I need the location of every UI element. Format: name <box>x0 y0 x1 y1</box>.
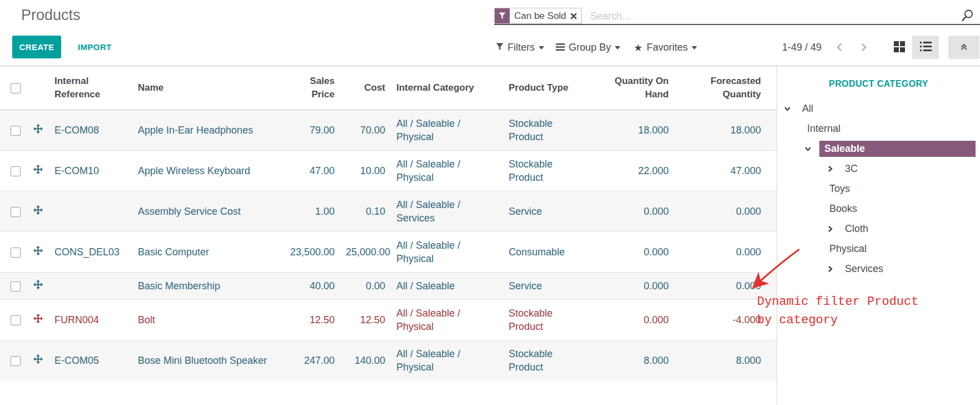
category-tree-item[interactable]: Toys <box>777 179 980 199</box>
sales-price-cell: 1.00 <box>285 191 340 232</box>
drag-handle-icon[interactable] <box>33 245 43 255</box>
category-tree-item[interactable]: Books <box>777 199 980 219</box>
col-product-type[interactable]: Product Type <box>503 66 589 110</box>
collapse-panel-button[interactable] <box>948 36 979 59</box>
favorites-menu[interactable]: ★ Favorites <box>634 36 697 59</box>
product-name-cell: Basic Computer <box>132 232 285 273</box>
group-by-menu[interactable]: Group By <box>556 36 620 59</box>
row-checkbox[interactable] <box>11 281 21 292</box>
row-checkbox[interactable] <box>11 207 21 217</box>
col-internal-reference[interactable]: Internal Reference <box>49 66 132 110</box>
drag-handle-icon[interactable] <box>33 205 43 214</box>
internal-category-cell: All / Saleable / Physical <box>391 110 503 151</box>
row-checkbox[interactable] <box>11 356 21 366</box>
category-tree-item[interactable]: Saleable <box>777 139 980 159</box>
product-type-cell: Service <box>503 273 589 300</box>
drag-handle-icon[interactable] <box>33 124 43 133</box>
col-quantity-on-hand[interactable]: Quantity On Hand <box>589 66 674 110</box>
search-input[interactable] <box>590 9 902 23</box>
sales-price-cell: 40.00 <box>285 273 340 300</box>
internal-category-cell: All / Saleable / Physical <box>391 232 503 273</box>
col-forecasted-quantity[interactable]: Forecasted Quantity <box>674 66 767 110</box>
search-underline <box>494 24 980 25</box>
quantity-on-hand-cell: 22.000 <box>589 151 674 191</box>
col-sales-price[interactable]: Sales Price <box>285 66 340 110</box>
product-name-cell: Apple In-Ear Headphones <box>132 110 285 151</box>
forecasted-quantity-cell: 47.000 <box>674 151 767 191</box>
select-all-checkbox[interactable] <box>11 83 21 93</box>
category-tree-item[interactable]: Cloth <box>777 219 980 239</box>
internal-reference-cell <box>49 191 132 232</box>
chevron-down-icon <box>692 46 697 50</box>
quantity-on-hand-cell: 0.000 <box>589 300 674 340</box>
product-type-cell: Stockable Product <box>503 110 589 151</box>
quantity-on-hand-cell: 18.000 <box>589 110 674 151</box>
product-type-cell: Stockable Product <box>503 151 589 191</box>
row-checkbox[interactable] <box>11 248 21 258</box>
col-cost[interactable]: Cost <box>340 66 391 110</box>
import-button[interactable]: IMPORT <box>78 36 112 58</box>
table-row[interactable]: E-COM05 Bose Mini Bluetooth Speaker 247.… <box>0 340 777 381</box>
internal-reference-cell: E-COM10 <box>49 151 132 191</box>
handle-column-header <box>29 66 49 110</box>
sales-price-cell: 12.50 <box>285 300 340 340</box>
drag-handle-icon[interactable] <box>33 354 43 363</box>
kanban-grid-icon <box>894 41 905 54</box>
quantity-on-hand-cell: 0.000 <box>589 273 674 300</box>
table-row[interactable]: E-COM08 Apple In-Ear Headphones 79.00 70… <box>0 110 777 151</box>
product-type-cell: Consumable <box>503 232 589 273</box>
pager-previous-button[interactable] <box>830 36 849 59</box>
kanban-view-button[interactable] <box>887 36 912 59</box>
table-row[interactable]: CONS_DEL03 Basic Computer 23,500.00 25,0… <box>0 232 777 273</box>
table-row[interactable]: FURN004 Bolt 12.50 12.50 All / Saleable … <box>0 300 777 340</box>
category-tree-item[interactable]: Internal <box>777 118 980 139</box>
product-type-cell: Service <box>503 191 589 232</box>
cost-cell: 0.00 <box>340 273 391 300</box>
drag-handle-icon[interactable] <box>33 313 43 323</box>
chevron-down-icon <box>804 145 814 153</box>
search-icon[interactable] <box>961 9 974 24</box>
product-name-cell: Apple Wireless Keyboard <box>132 151 285 191</box>
category-tree-item[interactable]: Services <box>777 259 980 279</box>
col-name[interactable]: Name <box>132 66 285 110</box>
facet-remove-icon[interactable] <box>570 13 577 19</box>
category-label: Internal <box>804 121 844 136</box>
cost-cell: 140.00 <box>340 340 391 381</box>
pager-next-button[interactable] <box>854 36 873 59</box>
category-tree-item[interactable]: Physical <box>777 239 980 259</box>
star-icon: ★ <box>634 42 643 53</box>
table-row[interactable]: E-COM10 Apple Wireless Keyboard 47.00 10… <box>0 151 777 191</box>
chevron-right-icon <box>826 265 836 273</box>
filters-menu[interactable]: Filters <box>496 36 544 59</box>
pager-range: 1-49 / 49 <box>782 36 822 59</box>
products-table: Internal Reference Name Sales Price Cost… <box>0 66 777 381</box>
chevron-down-icon <box>615 46 620 50</box>
quantity-on-hand-cell: 8.000 <box>589 340 674 381</box>
category-tree-item[interactable]: All <box>777 98 980 118</box>
internal-reference-cell <box>49 273 132 300</box>
internal-reference-cell: E-COM05 <box>49 340 132 381</box>
cost-cell: 10.00 <box>340 151 391 191</box>
category-label: 3C <box>842 161 861 176</box>
table-row[interactable]: Assembly Service Cost 1.00 0.10 All / Sa… <box>0 191 777 232</box>
forecasted-quantity-cell: 8.000 <box>674 340 767 381</box>
list-icon <box>920 42 932 53</box>
col-internal-category[interactable]: Internal Category <box>391 66 503 110</box>
search-facet[interactable]: Can be Sold <box>494 8 582 24</box>
list-view-button[interactable] <box>912 36 939 59</box>
row-checkbox[interactable] <box>11 166 21 176</box>
filters-label: Filters <box>508 42 535 53</box>
internal-category-cell: All / Saleable / Physical <box>391 340 503 381</box>
category-label: Saleable <box>819 141 976 157</box>
product-name-cell: Basic Membership <box>132 273 285 300</box>
table-row[interactable]: Basic Membership 40.00 0.00 All / Saleab… <box>0 273 777 300</box>
category-label: Cloth <box>842 221 872 236</box>
category-tree-item[interactable]: 3C <box>777 159 980 179</box>
drag-handle-icon[interactable] <box>33 164 43 174</box>
forecasted-quantity-cell: 0.000 <box>674 232 767 273</box>
forecasted-quantity-cell: 0.000 <box>674 191 767 232</box>
create-button[interactable]: CREATE <box>12 36 61 58</box>
row-checkbox[interactable] <box>11 315 21 325</box>
drag-handle-icon[interactable] <box>33 279 43 289</box>
row-checkbox[interactable] <box>11 126 21 136</box>
